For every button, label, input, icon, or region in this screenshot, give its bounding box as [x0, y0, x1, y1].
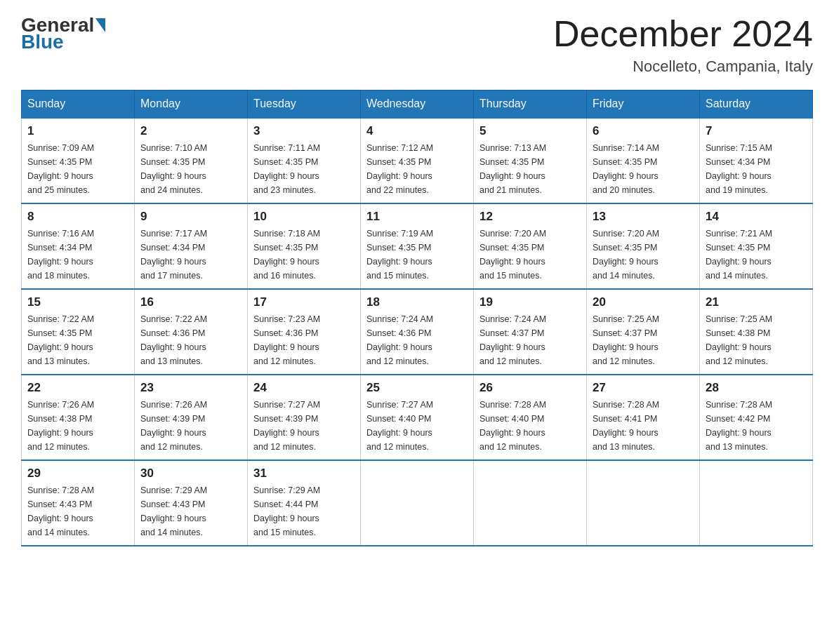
- header-thursday: Thursday: [474, 90, 587, 119]
- calendar-cell: 21 Sunrise: 7:25 AM Sunset: 4:38 PM Dayl…: [700, 289, 813, 375]
- day-info: Sunrise: 7:26 AM Sunset: 4:39 PM Dayligh…: [140, 398, 241, 454]
- day-info: Sunrise: 7:22 AM Sunset: 4:36 PM Dayligh…: [140, 312, 241, 368]
- header-sunday: Sunday: [22, 90, 135, 119]
- calendar-cell: [700, 460, 813, 546]
- day-number: 15: [27, 295, 128, 309]
- day-info: Sunrise: 7:10 AM Sunset: 4:35 PM Dayligh…: [140, 141, 241, 197]
- day-info: Sunrise: 7:29 AM Sunset: 4:44 PM Dayligh…: [253, 483, 355, 539]
- calendar-cell: 1 Sunrise: 7:09 AM Sunset: 4:35 PM Dayli…: [22, 118, 135, 203]
- day-number: 17: [253, 295, 355, 309]
- day-info: Sunrise: 7:27 AM Sunset: 4:39 PM Dayligh…: [253, 398, 355, 454]
- calendar-cell: 7 Sunrise: 7:15 AM Sunset: 4:34 PM Dayli…: [700, 118, 813, 203]
- calendar-week-row: 15 Sunrise: 7:22 AM Sunset: 4:35 PM Dayl…: [22, 289, 813, 375]
- day-number: 30: [140, 467, 241, 481]
- calendar-cell: 23 Sunrise: 7:26 AM Sunset: 4:39 PM Dayl…: [135, 375, 248, 460]
- day-info: Sunrise: 7:28 AM Sunset: 4:43 PM Dayligh…: [27, 483, 128, 539]
- header-friday: Friday: [587, 90, 700, 119]
- day-number: 28: [706, 381, 807, 395]
- day-number: 23: [140, 381, 241, 395]
- calendar-cell: 10 Sunrise: 7:18 AM Sunset: 4:35 PM Dayl…: [248, 203, 361, 289]
- day-number: 31: [253, 467, 355, 481]
- header-wednesday: Wednesday: [361, 90, 474, 119]
- calendar-cell: 19 Sunrise: 7:24 AM Sunset: 4:37 PM Dayl…: [474, 289, 587, 375]
- calendar-cell: 12 Sunrise: 7:20 AM Sunset: 4:35 PM Dayl…: [474, 203, 587, 289]
- day-info: Sunrise: 7:25 AM Sunset: 4:37 PM Dayligh…: [593, 312, 694, 368]
- day-number: 13: [593, 210, 694, 224]
- calendar-cell: 22 Sunrise: 7:26 AM Sunset: 4:38 PM Dayl…: [22, 375, 135, 460]
- calendar-cell: 17 Sunrise: 7:23 AM Sunset: 4:36 PM Dayl…: [248, 289, 361, 375]
- page-header: General Blue December 2024 Nocelleto, Ca…: [21, 14, 813, 76]
- calendar-cell: 14 Sunrise: 7:21 AM Sunset: 4:35 PM Dayl…: [700, 203, 813, 289]
- day-number: 19: [479, 295, 581, 309]
- day-info: Sunrise: 7:28 AM Sunset: 4:41 PM Dayligh…: [593, 398, 694, 454]
- calendar-cell: 6 Sunrise: 7:14 AM Sunset: 4:35 PM Dayli…: [587, 118, 700, 203]
- calendar-cell: [587, 460, 700, 546]
- day-number: 21: [706, 295, 807, 309]
- calendar-cell: 26 Sunrise: 7:28 AM Sunset: 4:40 PM Dayl…: [474, 375, 587, 460]
- day-number: 29: [27, 467, 128, 481]
- month-title: December 2024: [553, 14, 813, 54]
- header-saturday: Saturday: [700, 90, 813, 119]
- day-info: Sunrise: 7:28 AM Sunset: 4:42 PM Dayligh…: [706, 398, 807, 454]
- calendar-cell: 18 Sunrise: 7:24 AM Sunset: 4:36 PM Dayl…: [361, 289, 474, 375]
- header-monday: Monday: [135, 90, 248, 119]
- day-number: 12: [479, 210, 581, 224]
- logo: General Blue: [21, 14, 107, 53]
- logo-blue-text: Blue: [21, 31, 64, 53]
- day-info: Sunrise: 7:14 AM Sunset: 4:35 PM Dayligh…: [593, 141, 694, 197]
- day-number: 8: [27, 210, 128, 224]
- title-section: December 2024 Nocelleto, Campania, Italy: [553, 14, 813, 76]
- day-number: 27: [593, 381, 694, 395]
- calendar-cell: 9 Sunrise: 7:17 AM Sunset: 4:34 PM Dayli…: [135, 203, 248, 289]
- day-info: Sunrise: 7:09 AM Sunset: 4:35 PM Dayligh…: [27, 141, 128, 197]
- day-info: Sunrise: 7:22 AM Sunset: 4:35 PM Dayligh…: [27, 312, 128, 368]
- day-info: Sunrise: 7:11 AM Sunset: 4:35 PM Dayligh…: [253, 141, 355, 197]
- day-info: Sunrise: 7:20 AM Sunset: 4:35 PM Dayligh…: [479, 227, 581, 283]
- day-number: 25: [366, 381, 468, 395]
- calendar-cell: 28 Sunrise: 7:28 AM Sunset: 4:42 PM Dayl…: [700, 375, 813, 460]
- day-info: Sunrise: 7:13 AM Sunset: 4:35 PM Dayligh…: [479, 141, 581, 197]
- day-number: 7: [706, 124, 807, 138]
- calendar-cell: 13 Sunrise: 7:20 AM Sunset: 4:35 PM Dayl…: [587, 203, 700, 289]
- day-number: 16: [140, 295, 241, 309]
- day-number: 22: [27, 381, 128, 395]
- day-number: 3: [253, 124, 355, 138]
- calendar-week-row: 8 Sunrise: 7:16 AM Sunset: 4:34 PM Dayli…: [22, 203, 813, 289]
- calendar-cell: 11 Sunrise: 7:19 AM Sunset: 4:35 PM Dayl…: [361, 203, 474, 289]
- calendar-cell: 27 Sunrise: 7:28 AM Sunset: 4:41 PM Dayl…: [587, 375, 700, 460]
- calendar-cell: 20 Sunrise: 7:25 AM Sunset: 4:37 PM Dayl…: [587, 289, 700, 375]
- header-tuesday: Tuesday: [248, 90, 361, 119]
- day-number: 4: [366, 124, 468, 138]
- location-title: Nocelleto, Campania, Italy: [553, 58, 813, 76]
- day-number: 18: [366, 295, 468, 309]
- day-info: Sunrise: 7:23 AM Sunset: 4:36 PM Dayligh…: [253, 312, 355, 368]
- calendar-week-row: 22 Sunrise: 7:26 AM Sunset: 4:38 PM Dayl…: [22, 375, 813, 460]
- day-info: Sunrise: 7:21 AM Sunset: 4:35 PM Dayligh…: [706, 227, 807, 283]
- calendar-cell: 15 Sunrise: 7:22 AM Sunset: 4:35 PM Dayl…: [22, 289, 135, 375]
- day-number: 26: [479, 381, 581, 395]
- day-number: 6: [593, 124, 694, 138]
- day-number: 5: [479, 124, 581, 138]
- day-info: Sunrise: 7:15 AM Sunset: 4:34 PM Dayligh…: [706, 141, 807, 197]
- calendar-header-row: SundayMondayTuesdayWednesdayThursdayFrid…: [22, 90, 813, 119]
- day-info: Sunrise: 7:24 AM Sunset: 4:36 PM Dayligh…: [366, 312, 468, 368]
- calendar-cell: 5 Sunrise: 7:13 AM Sunset: 4:35 PM Dayli…: [474, 118, 587, 203]
- calendar-cell: [361, 460, 474, 546]
- day-info: Sunrise: 7:19 AM Sunset: 4:35 PM Dayligh…: [366, 227, 468, 283]
- day-number: 9: [140, 210, 241, 224]
- logo-triangle-icon: [95, 18, 105, 32]
- day-info: Sunrise: 7:26 AM Sunset: 4:38 PM Dayligh…: [27, 398, 128, 454]
- calendar-week-row: 1 Sunrise: 7:09 AM Sunset: 4:35 PM Dayli…: [22, 118, 813, 203]
- day-number: 14: [706, 210, 807, 224]
- calendar-cell: 31 Sunrise: 7:29 AM Sunset: 4:44 PM Dayl…: [248, 460, 361, 546]
- day-number: 10: [253, 210, 355, 224]
- day-number: 1: [27, 124, 128, 138]
- day-info: Sunrise: 7:17 AM Sunset: 4:34 PM Dayligh…: [140, 227, 241, 283]
- calendar-cell: 16 Sunrise: 7:22 AM Sunset: 4:36 PM Dayl…: [135, 289, 248, 375]
- calendar-cell: 3 Sunrise: 7:11 AM Sunset: 4:35 PM Dayli…: [248, 118, 361, 203]
- calendar-cell: 30 Sunrise: 7:29 AM Sunset: 4:43 PM Dayl…: [135, 460, 248, 546]
- calendar-week-row: 29 Sunrise: 7:28 AM Sunset: 4:43 PM Dayl…: [22, 460, 813, 546]
- day-number: 2: [140, 124, 241, 138]
- calendar-cell: 29 Sunrise: 7:28 AM Sunset: 4:43 PM Dayl…: [22, 460, 135, 546]
- day-info: Sunrise: 7:16 AM Sunset: 4:34 PM Dayligh…: [27, 227, 128, 283]
